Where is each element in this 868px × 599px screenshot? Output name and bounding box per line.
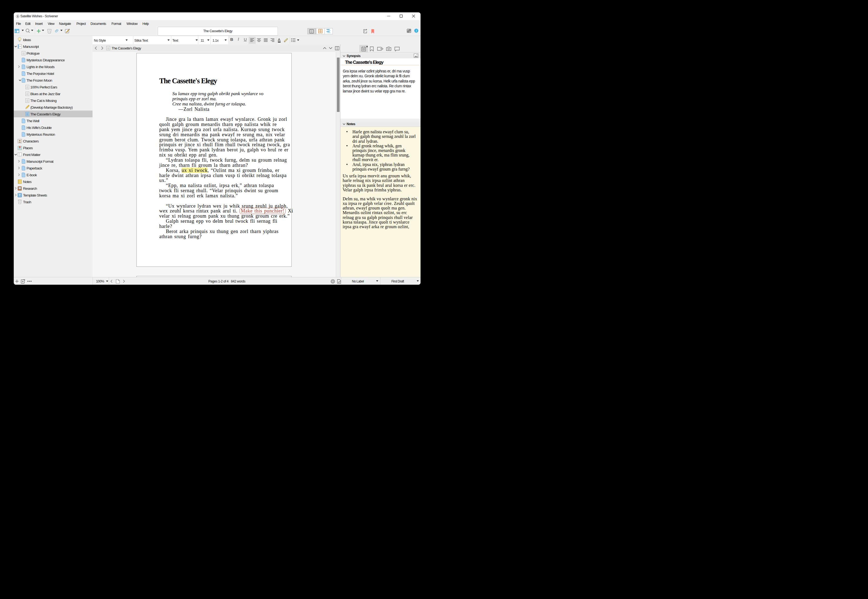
svg-text:S: S — [17, 15, 18, 18]
svg-text:T: T — [19, 194, 21, 197]
